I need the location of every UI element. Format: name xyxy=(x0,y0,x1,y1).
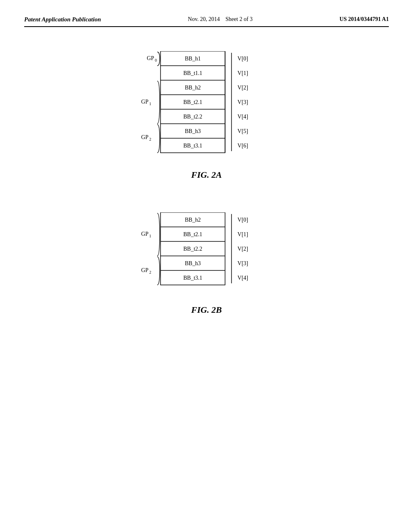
figure-2a: GP 0 GP 1 GP 2 xyxy=(24,51,389,180)
v4-label: V[4] xyxy=(238,114,248,120)
gp1b-label: GP xyxy=(141,231,148,237)
gp2b-brace xyxy=(157,257,160,285)
b-v0-label: V[0] xyxy=(238,217,248,223)
gp1-label: GP xyxy=(141,99,148,105)
v3-label: V[3] xyxy=(238,99,248,105)
header-meta: Nov. 20, 2014 Sheet 2 of 3 xyxy=(188,16,252,23)
gp1b-brace xyxy=(157,213,160,256)
v2-label: V[2] xyxy=(238,85,248,91)
header-patent: US 2014/0344791 A1 xyxy=(340,16,389,23)
header-date: Nov. 20, 2014 xyxy=(188,16,220,22)
gp2-brace xyxy=(157,125,160,153)
b-bb-h2: BB_h2 xyxy=(185,217,201,223)
page-header: Patent Application Publication Nov. 20, … xyxy=(24,16,389,27)
header-sheet: Sheet 2 of 3 xyxy=(225,16,252,22)
b-v1-label: V[1] xyxy=(238,231,248,237)
gp0-sub: 0 xyxy=(155,58,157,62)
page: Patent Application Publication Nov. 20, … xyxy=(0,0,413,532)
bb-t1-1: BB_t1.1 xyxy=(183,70,202,76)
bb-h3: BB_h3 xyxy=(185,128,201,134)
bb-t3-1: BB_t3.1 xyxy=(183,143,202,149)
b-v3-label: V[3] xyxy=(238,260,248,266)
fig-2a-caption: FIG. 2A xyxy=(191,170,222,180)
bb-t2-2: BB_t2.2 xyxy=(183,114,202,120)
gp2b-label: GP xyxy=(141,267,148,273)
v1-label: V[1] xyxy=(238,70,248,76)
diagram-2b-svg: GP 1 GP 2 BB_h2 BB_t2.1 BB_t2.2 BB_h3 xyxy=(130,212,283,291)
fig-2b-caption: FIG. 2B xyxy=(191,305,222,315)
b-v4-label: V[4] xyxy=(238,275,248,281)
gp1-sub: 1 xyxy=(149,102,151,106)
diagram-2b: GP 1 GP 2 BB_h2 BB_t2.1 BB_t2.2 BB_h3 xyxy=(130,212,283,291)
gp1-brace xyxy=(157,81,160,124)
v5-label: V[5] xyxy=(238,128,248,134)
header-title: Patent Application Publication xyxy=(24,16,101,23)
gp0-brace xyxy=(157,52,160,66)
b-bb-t2-2: BB_t2.2 xyxy=(183,246,202,252)
gp1b-sub: 1 xyxy=(149,234,151,238)
b-bb-t2-1: BB_t2.1 xyxy=(183,231,202,237)
bb-t2-1: BB_t2.1 xyxy=(183,99,202,105)
figure-2b: GP 1 GP 2 BB_h2 BB_t2.1 BB_t2.2 BB_h3 xyxy=(24,212,389,315)
b-v2-label: V[2] xyxy=(238,246,248,252)
b-bb-h3: BB_h3 xyxy=(185,260,201,266)
v0-label: V[0] xyxy=(238,56,248,62)
bb-h2: BB_h2 xyxy=(185,85,201,91)
bb-h1: BB_h1 xyxy=(185,56,201,62)
gp0-label: GP xyxy=(147,55,154,61)
v6-label: V[6] xyxy=(238,143,248,149)
gp2b-sub: 2 xyxy=(149,270,151,274)
gp2-label: GP xyxy=(141,134,148,140)
b-bb-t3-1: BB_t3.1 xyxy=(183,275,202,281)
gp2-sub: 2 xyxy=(149,137,151,141)
diagram-2a: GP 0 GP 1 GP 2 xyxy=(130,51,283,156)
diagram-2a-svg: GP 0 GP 1 GP 2 xyxy=(130,51,283,156)
